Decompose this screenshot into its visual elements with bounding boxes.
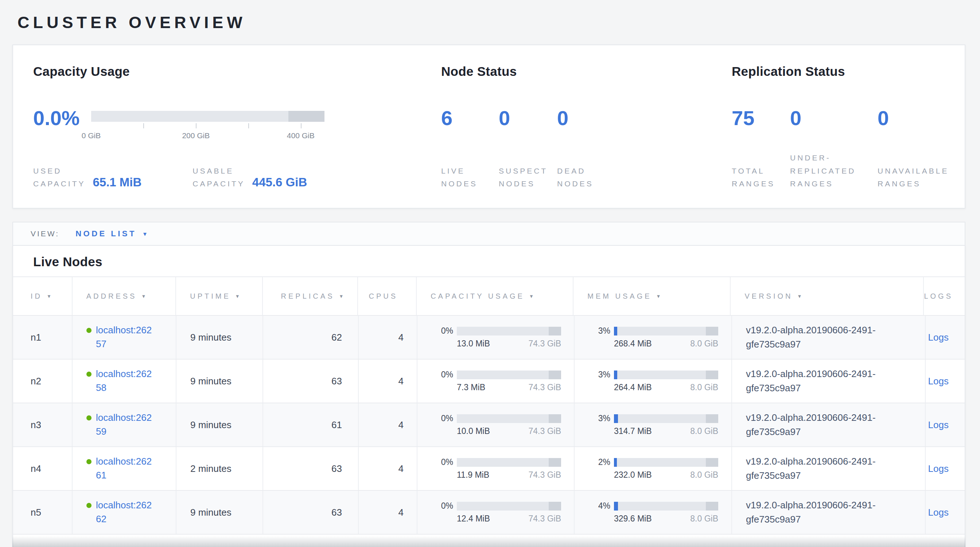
cell-mem-usage: 4% 329.6 MiB 8.0 GiB	[574, 491, 732, 534]
node-address-link[interactable]: localhost:26259	[96, 411, 154, 438]
mem-usage-fill	[614, 502, 618, 510]
capacity-usage-bar	[457, 370, 561, 379]
cell-cpus: 4	[359, 359, 417, 402]
capacity-usage-bar	[457, 502, 561, 510]
replicas-value: 62	[331, 332, 342, 343]
usable-capacity-value: 445.6 GiB	[252, 175, 307, 189]
cell-replicas: 63	[263, 491, 359, 534]
dead-nodes-stat: 0 DEAD NODES	[557, 108, 593, 190]
cell-mem-usage: 3% 268.4 MiB 8.0 GiB	[574, 316, 732, 359]
capacity-values: 13.0 MiB 74.3 GiB	[457, 339, 561, 348]
logs-link[interactable]: Logs	[928, 463, 949, 474]
cell-logs: Logs	[926, 403, 965, 446]
column-header-id[interactable]: ID ▼	[13, 277, 73, 315]
cell-capacity-usage: 0% 13.0 MiB 74.3 GiB	[417, 316, 574, 359]
capacity-percent: 0%	[431, 501, 453, 511]
mem-max-value: 8.0 GiB	[690, 383, 718, 393]
view-dropdown[interactable]: NODE LIST ▼	[75, 229, 148, 239]
column-header-cpus: CPUS	[358, 277, 417, 315]
cell-uptime: 9 minutes	[177, 403, 263, 446]
uptime-value: 2 minutes	[190, 463, 232, 474]
node-address-link[interactable]: localhost:26257	[96, 323, 154, 351]
capacity-used-value: 10.0 MiB	[457, 426, 490, 436]
version-value: v19.2.0-alpha.20190606-2491-gfe735c9a97	[746, 410, 917, 439]
logs-link[interactable]: Logs	[928, 375, 949, 387]
sort-arrow-icon: ▼	[797, 294, 802, 299]
cell-replicas: 63	[263, 359, 359, 402]
capacity-percent: 0%	[431, 413, 453, 423]
table-row: n1 localhost:26257 9 minutes 62 4 0%	[13, 315, 965, 359]
capacity-used-percent: 0.0%	[33, 108, 91, 146]
axis-tick	[143, 123, 144, 128]
node-id: n2	[30, 375, 41, 387]
table-row: n2 localhost:26258 9 minutes 63 4 0%	[13, 359, 965, 402]
cell-version: v19.2.0-alpha.20190606-2491-gfe735c9a97	[732, 403, 926, 446]
logs-link[interactable]: Logs	[928, 419, 949, 431]
capacity-values: 10.0 MiB 74.3 GiB	[457, 426, 561, 436]
address-wrap: localhost:26259	[86, 411, 154, 438]
node-address-link[interactable]: localhost:26262	[96, 498, 154, 526]
replicas-value: 63	[331, 375, 342, 387]
capacity-gauge: 0 GiB 200 GiB 400 GiB	[91, 108, 325, 146]
capacity-usage-title: Capacity Usage	[33, 64, 441, 79]
node-status-section: Node Status 6 LIVE NODES 0 SUSPECT NODES…	[441, 64, 732, 190]
suspect-nodes-count: 0	[499, 108, 557, 128]
axis-tick	[196, 123, 197, 128]
total-ranges-stat: 75 TOTAL RANGES	[732, 108, 790, 190]
logs-link[interactable]: Logs	[928, 507, 949, 518]
column-header-mem-usage[interactable]: MEM USAGE ▼	[573, 277, 730, 315]
column-header-label: REPLICAS	[281, 292, 335, 301]
cell-capacity-usage: 0% 11.9 MiB 74.3 GiB	[417, 447, 574, 490]
mem-usage-bar	[614, 458, 718, 467]
cell-node-id: n4	[13, 447, 73, 490]
logs-link[interactable]: Logs	[928, 332, 949, 343]
mem-meter: 4%	[589, 501, 731, 511]
capacity-values: 7.3 MiB 74.3 GiB	[457, 383, 561, 393]
capacity-bar-endcap	[549, 502, 561, 510]
under-replicated-count: 0	[790, 108, 878, 128]
mem-meter: 3%	[589, 326, 731, 336]
mem-bar-endcap	[706, 327, 718, 336]
cell-replicas: 63	[263, 447, 359, 490]
capacity-gauge-bar	[91, 111, 325, 122]
cell-cpus: 4	[359, 491, 417, 534]
mem-meter: 3%	[589, 370, 731, 380]
mem-used-value: 264.4 MiB	[614, 383, 652, 393]
column-header-replicas[interactable]: REPLICAS ▼	[263, 277, 358, 315]
mem-max-value: 8.0 GiB	[690, 514, 718, 524]
node-address-link[interactable]: localhost:26261	[96, 455, 154, 482]
replicas-value: 61	[331, 419, 342, 431]
capacity-meter: 0%	[431, 370, 574, 380]
live-nodes-count: 6	[441, 108, 499, 128]
sort-arrow-icon: ▼	[339, 294, 344, 299]
version-value: v19.2.0-alpha.20190606-2491-gfe735c9a97	[746, 367, 917, 395]
node-live-icon	[86, 503, 92, 508]
mem-percent: 4%	[589, 501, 610, 511]
mem-bar-endcap	[706, 414, 718, 423]
cell-mem-usage: 2% 232.0 MiB 8.0 GiB	[574, 447, 732, 490]
node-status-title: Node Status	[441, 64, 732, 79]
table-header-row: ID ▼ ADDRESS ▼ UPTIME ▼ REPLICAS ▼ CPUS	[13, 277, 965, 315]
mem-max-value: 8.0 GiB	[690, 470, 718, 480]
sort-arrow-icon: ▼	[235, 294, 240, 299]
capacity-percent: 0%	[431, 326, 453, 336]
column-header-version[interactable]: VERSION ▼	[730, 277, 924, 315]
mem-usage-fill	[614, 458, 617, 467]
mem-values: 329.6 MiB 8.0 GiB	[614, 514, 718, 524]
version-value: v19.2.0-alpha.20190606-2491-gfe735c9a97	[746, 323, 917, 351]
capacity-max-value: 74.3 GiB	[529, 514, 562, 524]
cluster-overview-page: CLUSTER OVERVIEW Capacity Usage 0.0% 0 G…	[0, 0, 980, 547]
mem-usage-fill	[614, 370, 617, 379]
capacity-gauge-axis: 0 GiB 200 GiB 400 GiB	[91, 122, 325, 146]
column-header-address[interactable]: ADDRESS ▼	[73, 277, 176, 315]
capacity-gauge-row: 0.0% 0 GiB 200 GiB 400 GiB	[33, 108, 441, 146]
cell-cpus: 4	[359, 447, 417, 490]
capacity-percent: 0%	[431, 457, 453, 467]
node-address-link[interactable]: localhost:26258	[96, 367, 154, 394]
column-header-capacity-usage[interactable]: CAPACITY USAGE ▼	[417, 277, 573, 315]
unavailable-ranges-stat: 0 UNAVAILABLE RANGES	[878, 108, 949, 190]
version-value: v19.2.0-alpha.20190606-2491-gfe735c9a97	[746, 498, 917, 526]
column-header-uptime[interactable]: UPTIME ▼	[176, 277, 263, 315]
mem-usage-bar	[614, 502, 718, 510]
node-live-icon	[86, 372, 92, 377]
